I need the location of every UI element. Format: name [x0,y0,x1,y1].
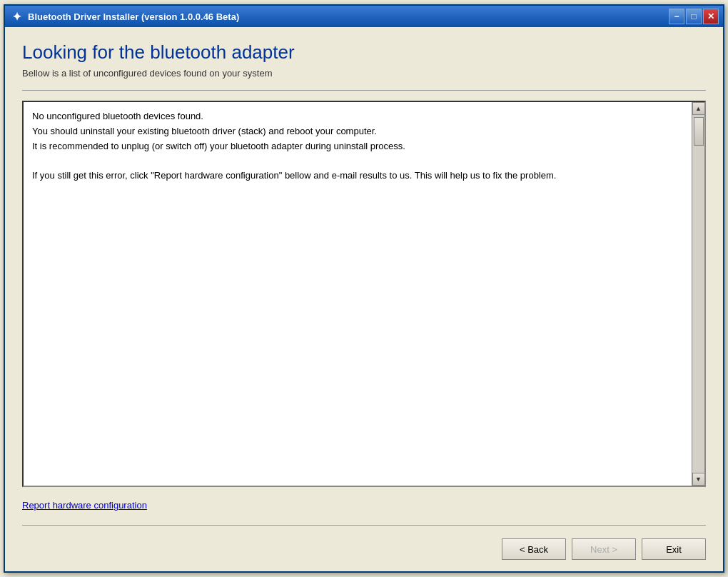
back-button[interactable]: < Back [502,538,566,560]
window-content: Looking for the bluetooth adapter Bellow… [5,27,723,571]
message-line-5: If you still get this error, click "Repo… [32,170,556,181]
scroll-thumb[interactable] [694,117,704,146]
message-line-3: It is recommended to unplug (or switch o… [32,141,405,151]
title-bar: ✦ Bluetooth Driver Installer (version 1.… [5,6,723,27]
scroll-track [693,115,704,473]
scroll-up-button[interactable]: ▲ [692,102,705,115]
window-title: Bluetooth Driver Installer (version 1.0.… [28,11,669,22]
button-row: < Back Next > Exit [22,533,706,560]
report-hardware-link[interactable]: Report hardware configuration [22,500,147,511]
maximize-button[interactable]: □ [686,9,702,24]
next-button[interactable]: Next > [572,538,636,560]
page-title: Looking for the bluetooth adapter [22,41,706,64]
bottom-divider [22,525,706,526]
main-window: ✦ Bluetooth Driver Installer (version 1.… [4,4,724,573]
minimize-button[interactable]: − [669,9,684,24]
app-icon: ✦ [9,9,24,24]
page-subtitle: Bellow is a list of unconfigured devices… [22,68,706,79]
message-line-1: No unconfigured bluetooth devices found. [32,111,203,121]
exit-button[interactable]: Exit [642,538,706,560]
message-text: No unconfigured bluetooth devices found.… [24,102,692,486]
page-header: Looking for the bluetooth adapter Bellow… [22,41,706,79]
message-area: No unconfigured bluetooth devices found.… [22,101,706,487]
close-button[interactable]: ✕ [703,9,719,24]
message-line-2: You should uninstall your existing bluet… [32,126,377,136]
scroll-down-button[interactable]: ▼ [692,473,705,486]
window-controls: − □ ✕ [669,9,719,24]
header-separator [22,90,706,91]
scrollbar: ▲ ▼ [692,102,704,486]
report-link-container: Report hardware configuration [22,498,706,518]
